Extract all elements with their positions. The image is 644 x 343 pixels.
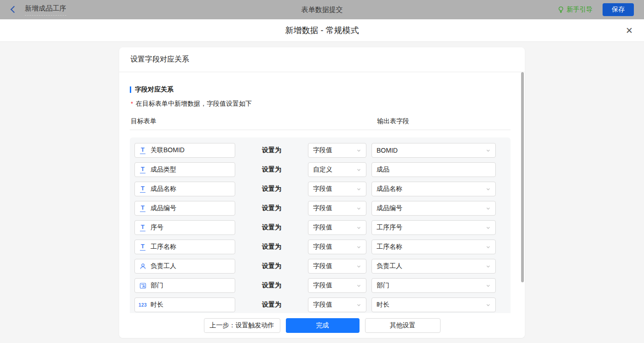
chevron-down-icon: [356, 187, 361, 192]
mapping-row: T 序号 设置为 字段值 工序序号: [134, 220, 506, 235]
output-field-select[interactable]: 工序序号: [371, 220, 496, 235]
target-field-box[interactable]: T 成品编号: [134, 201, 235, 216]
panel-scroll-area: 字段对应关系 * 在目标表单中新增数据，字段值设置如下 目标表单 输出表字段 T…: [119, 72, 525, 313]
text-icon: T: [139, 224, 146, 231]
output-field-value: 部门: [377, 281, 486, 290]
save-button[interactable]: 保存: [603, 3, 634, 16]
mapping-row: 123 时长 设置为 字段值 时长: [134, 297, 506, 312]
number-icon: 123: [139, 303, 146, 308]
close-icon[interactable]: ✕: [626, 26, 633, 35]
target-field-label: 工序名称: [151, 243, 176, 251]
section-title: 字段对应关系: [135, 86, 174, 94]
value-mode-select[interactable]: 字段值: [308, 297, 366, 312]
back-icon[interactable]: [10, 6, 17, 13]
output-field-select[interactable]: 部门: [371, 278, 496, 293]
value-mode-value: 字段值: [313, 243, 356, 251]
done-button[interactable]: 完成: [286, 318, 360, 333]
target-field-box[interactable]: 部门: [134, 278, 235, 293]
field-mapping-panel: 设置字段对应关系 字段对应关系 * 在目标表单中新增数据，字段值设置如下 目标表…: [119, 47, 525, 338]
target-field-label: 时长: [151, 301, 163, 309]
target-field-box[interactable]: 负责工人: [134, 259, 235, 274]
target-field-box[interactable]: T 成品类型: [134, 162, 235, 177]
value-mode-value: 字段值: [313, 281, 356, 290]
set-as-label: 设置为: [262, 281, 282, 290]
value-mode-value: 字段值: [313, 223, 356, 232]
user-icon: [139, 263, 146, 270]
set-as-label: 设置为: [262, 185, 282, 193]
value-mode-select[interactable]: 字段值: [308, 143, 366, 158]
target-field-label: 成品名称: [151, 185, 176, 193]
chevron-down-icon: [356, 303, 361, 308]
value-mode-select[interactable]: 字段值: [308, 259, 366, 274]
previous-step-button[interactable]: 上一步：设置触发动作: [204, 318, 280, 333]
text-icon: T: [139, 166, 146, 173]
chevron-down-icon: [486, 264, 491, 269]
target-field-label: 成品类型: [151, 166, 176, 174]
workflow-title: 新增成品工序: [25, 4, 66, 16]
output-field-select[interactable]: 成品编号: [371, 201, 496, 216]
set-as-label: 设置为: [262, 243, 282, 251]
mapping-row: T 成品类型 设置为 自定义 成品: [134, 162, 506, 177]
mapping-row: T 关联BOMID 设置为 字段值 BOMID: [134, 143, 506, 158]
target-field-box[interactable]: T 序号: [134, 220, 235, 235]
modal-body: 设置字段对应关系 字段对应关系 * 在目标表单中新增数据，字段值设置如下 目标表…: [0, 47, 644, 343]
chevron-down-icon: [356, 245, 361, 250]
guide-pin-icon: [557, 6, 564, 13]
output-field-select[interactable]: 成品名称: [371, 182, 496, 196]
value-mode-value: 自定义: [313, 166, 356, 174]
value-mode-select[interactable]: 字段值: [308, 220, 366, 235]
output-field-value: 负责工人: [377, 262, 486, 270]
chevron-down-icon: [486, 303, 491, 308]
value-mode-value: 字段值: [313, 301, 356, 309]
section-accent-bar: [130, 86, 131, 93]
chevron-down-icon: [356, 206, 361, 211]
mapping-row: 部门 设置为 字段值 部门: [134, 278, 506, 293]
set-as-label: 设置为: [262, 204, 282, 212]
output-field-value: 时长: [377, 301, 486, 309]
target-field-box[interactable]: 123 时长: [134, 297, 235, 312]
output-field-select[interactable]: 工序名称: [371, 240, 496, 254]
target-field-label: 部门: [151, 281, 163, 290]
set-as-label: 设置为: [262, 146, 282, 154]
topbar: 新增成品工序 表单数据提交 新手引导 保存: [0, 0, 644, 19]
output-field-select[interactable]: 成品: [371, 162, 496, 177]
value-mode-select[interactable]: 字段值: [308, 278, 366, 293]
set-as-label: 设置为: [262, 223, 282, 232]
output-field-select[interactable]: 负责工人: [371, 259, 496, 274]
set-as-label: 设置为: [262, 301, 282, 309]
column-header-target-form: 目标表单: [131, 117, 157, 126]
output-field-value: BOMID: [377, 147, 486, 154]
target-field-box[interactable]: T 成品名称: [134, 182, 235, 196]
scrollbar-thumb[interactable]: [521, 72, 524, 282]
output-field-select[interactable]: 时长: [371, 297, 496, 312]
output-field-value: 工序序号: [377, 223, 486, 232]
output-field-value: 成品编号: [377, 204, 486, 212]
mapping-hint: 在目标表单中新增数据，字段值设置如下: [136, 100, 252, 108]
required-asterisk: *: [131, 100, 133, 107]
value-mode-value: 字段值: [313, 146, 356, 154]
output-field-select[interactable]: BOMID: [371, 143, 496, 158]
beginner-guide-link[interactable]: 新手引导: [557, 6, 592, 14]
chevron-down-icon: [486, 245, 491, 250]
value-mode-select[interactable]: 字段值: [308, 240, 366, 254]
output-field-value: 成品名称: [377, 185, 486, 193]
value-mode-select[interactable]: 字段值: [308, 201, 366, 216]
mapping-row: 负责工人 设置为 字段值 负责工人: [134, 259, 506, 274]
target-field-box[interactable]: T 关联BOMID: [134, 143, 235, 158]
value-mode-select[interactable]: 自定义: [308, 162, 366, 177]
value-mode-select[interactable]: 字段值: [308, 182, 366, 196]
value-mode-value: 字段值: [313, 262, 356, 270]
text-icon: T: [139, 147, 146, 154]
value-mode-value: 字段值: [313, 204, 356, 212]
target-field-box[interactable]: T 工序名称: [134, 240, 235, 254]
chevron-down-icon: [486, 187, 491, 192]
output-field-value: 成品: [377, 166, 491, 174]
panel-header: 设置字段对应关系: [119, 47, 525, 72]
mapping-rows-card: T 关联BOMID 设置为 字段值 BOMID T 成品类型 设置为: [130, 137, 511, 313]
other-settings-button[interactable]: 其他设置: [365, 318, 441, 333]
column-header-output-fields: 输出表字段: [377, 117, 409, 126]
chevron-down-icon: [356, 283, 361, 288]
department-icon: [139, 282, 146, 289]
output-field-value: 工序名称: [377, 243, 486, 251]
guide-label: 新手引导: [567, 6, 592, 14]
